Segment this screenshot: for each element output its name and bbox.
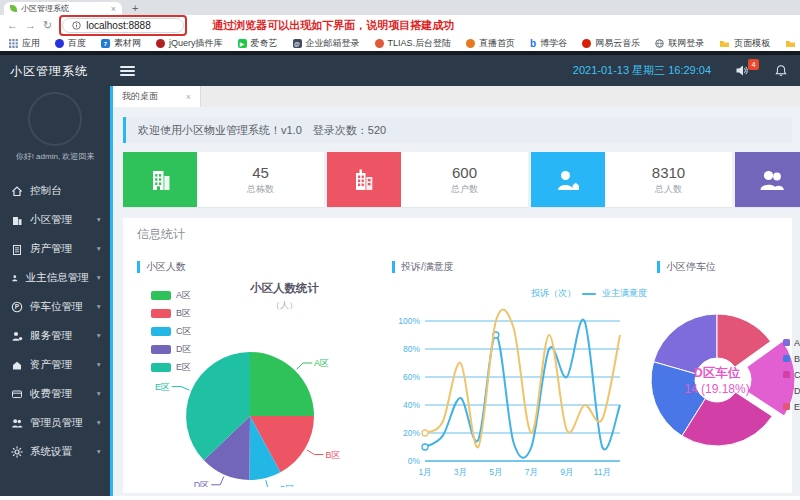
chevron-down-icon: ▼: [96, 274, 102, 281]
pie-slice-A区: [250, 352, 314, 416]
bell-icon[interactable]: [775, 64, 787, 77]
tab-close-icon[interactable]: ×: [186, 92, 191, 102]
sidebar-item-asset[interactable]: 资产管理▼: [0, 350, 110, 379]
bookmark-label: 页面模板: [734, 37, 770, 50]
sidebar-item-service[interactable]: 服务管理▼: [0, 321, 110, 350]
line-chart-box: 投诉/满意度 投诉（次） 业主满意度 0%20%40%60%80%100%1月3…: [392, 259, 657, 487]
pie-label: B区: [325, 450, 340, 460]
sidebar-item-admin[interactable]: 管理员管理▼: [0, 408, 110, 437]
bookmark-item-0[interactable]: 应用: [9, 37, 40, 50]
accent-bar: [657, 261, 660, 273]
tab-my-desktop[interactable]: 我的桌面 ×: [113, 86, 201, 107]
url-annotation-box: localhost:8888: [59, 15, 187, 36]
home-icon: [11, 185, 23, 197]
sidebar-item-label: 收费管理: [30, 387, 72, 401]
stat-icon-block: [531, 152, 605, 207]
bookmark-item-11[interactable]: 页面模板: [719, 37, 770, 50]
hamburger-icon[interactable]: [120, 64, 135, 78]
bookmark-item-7[interactable]: 直播首页: [466, 37, 515, 50]
sidebar-item-label: 控制台: [30, 184, 62, 198]
sidebar-item-label: 停车位管理: [30, 300, 83, 314]
stat-card-3: [735, 152, 800, 207]
legend-item-satisfaction[interactable]: 业主满意度: [602, 287, 647, 300]
bookmark-item-12[interactable]: spring: [785, 39, 800, 49]
y-tick-label: 100%: [398, 316, 420, 326]
legend-swatch: [151, 291, 171, 300]
bookmark-item-5[interactable]: @企业邮箱登录: [293, 37, 360, 50]
donut-legend-swatch[interactable]: [783, 355, 790, 362]
bookmark-item-1[interactable]: 百度: [55, 37, 86, 50]
line-legend: 投诉（次） 业主满意度: [531, 287, 647, 300]
chevron-down-icon: ▼: [96, 216, 102, 223]
bookmark-item-8[interactable]: b博学谷: [530, 37, 567, 50]
sidebar-item-fee[interactable]: 收费管理▼: [0, 379, 110, 408]
x-tick-label: 3月: [454, 467, 467, 477]
notification-badge: 4: [748, 59, 759, 70]
forward-icon[interactable]: →: [25, 20, 36, 31]
chevron-down-icon: ▼: [96, 390, 102, 397]
bookmark-dot-icon: [466, 39, 475, 48]
donut-legend-label[interactable]: E区车位: [794, 402, 800, 412]
legend-label: C区: [176, 325, 192, 338]
bookmark-item-3[interactable]: jQuery插件库: [156, 37, 223, 50]
pie-legend-item-B区[interactable]: B区: [151, 307, 192, 320]
donut-legend-label[interactable]: A区车位: [794, 338, 800, 348]
sidebar-item-owner[interactable]: 业主信息管理▼: [0, 263, 110, 292]
donut-chart-header: 小区停车位: [657, 259, 792, 275]
owner-icon: [11, 272, 19, 284]
content: 欢迎使用小区物业管理系统！v1.0 登录次数：520 45总栋数600总户数83…: [113, 107, 800, 496]
sidebar-item-home[interactable]: 控制台: [0, 176, 110, 205]
pie-legend-item-A区[interactable]: A区: [151, 289, 192, 302]
donut-legend-label[interactable]: C区车位: [794, 370, 800, 380]
stat-info: 45总栋数: [197, 152, 324, 207]
sidebar-item-house[interactable]: 房产管理▼: [0, 234, 110, 263]
pie-legend-item-D区[interactable]: D区: [151, 343, 192, 356]
browser-tab[interactable]: 小区管理系统 ×: [4, 2, 122, 15]
donut-legend-swatch[interactable]: [783, 371, 790, 378]
bookmark-sq-icon: @: [293, 39, 302, 48]
x-tick-label: 5月: [489, 467, 502, 477]
stat-info: 8310总人数: [605, 152, 732, 207]
sidebar-item-parking[interactable]: P停车位管理▼: [0, 292, 110, 321]
bookmark-dot-icon: [55, 39, 64, 48]
bookmark-item-10[interactable]: 联网登录: [655, 37, 704, 50]
sidebar-item-label: 服务管理: [30, 329, 72, 343]
tab-label: 我的桌面: [122, 90, 158, 103]
address-bar[interactable]: localhost:8888: [62, 18, 184, 33]
browser-tab-strip: 小区管理系统 × +: [0, 0, 800, 15]
workspace: 我的桌面 × 欢迎使用小区物业管理系统！v1.0 登录次数：520 45总栋数6…: [110, 86, 800, 496]
sidebar-item-gear[interactable]: 系统设置▼: [0, 437, 110, 466]
sidebar-item-community[interactable]: 小区管理▼: [0, 205, 110, 234]
donut-legend-swatch[interactable]: [783, 339, 790, 346]
page-info-icon[interactable]: [72, 21, 81, 30]
legend-swatch: [151, 363, 171, 372]
tab-close-icon[interactable]: ×: [111, 4, 116, 14]
back-icon[interactable]: ←: [7, 20, 18, 31]
bookmark-label: TLIAS.后台登陆: [388, 37, 452, 50]
donut-legend-swatch[interactable]: [783, 387, 790, 394]
pie-legend-item-E区[interactable]: E区: [151, 361, 192, 374]
app-brand: 小区管理系统: [0, 55, 110, 84]
bookmark-label: 直播首页: [479, 37, 515, 50]
stat-card-1: 600总户数: [327, 152, 528, 207]
sidebar-item-label: 管理员管理: [30, 416, 83, 430]
donut-legend-label[interactable]: B区车位: [794, 354, 800, 364]
notifications-button[interactable]: 4: [735, 64, 748, 77]
new-tab-button[interactable]: +: [132, 2, 138, 15]
pie-label-line: [307, 450, 324, 455]
stat-value: 600: [452, 164, 477, 181]
sidebar-menu: 控制台小区管理▼房产管理▼业主信息管理▼P停车位管理▼服务管理▼资产管理▼收费管…: [0, 176, 110, 496]
bookmark-item-9[interactable]: 网易云音乐: [582, 37, 640, 50]
bookmarks-bar: 应用百度7素材网jQuery插件库▶爱奇艺@企业邮箱登录TLIAS.后台登陆直播…: [0, 36, 800, 55]
pie-legend-item-C区[interactable]: C区: [151, 325, 192, 338]
legend-item-complaints[interactable]: 投诉（次）: [531, 287, 576, 300]
donut-legend-swatch[interactable]: [783, 403, 790, 410]
pie-label-line: [211, 477, 224, 485]
reload-icon[interactable]: ↻: [43, 20, 52, 31]
bookmark-item-4[interactable]: ▶爱奇艺: [238, 37, 278, 50]
community-icon: [11, 214, 23, 226]
bookmark-item-6[interactable]: TLIAS.后台登陆: [375, 37, 452, 50]
person-icon: [553, 165, 583, 195]
donut-legend-label[interactable]: D区车位: [794, 386, 800, 396]
bookmark-item-2[interactable]: 7素材网: [101, 37, 141, 50]
